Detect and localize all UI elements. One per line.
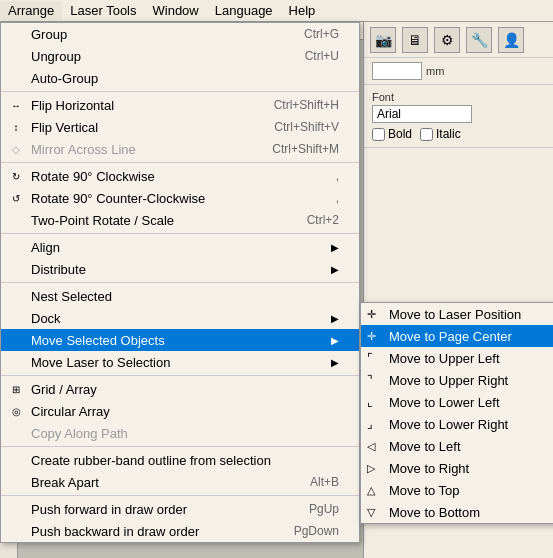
menu-item-rotate-ccw[interactable]: ↺ Rotate 90° Counter-Clockwise , — [1, 187, 359, 209]
coord-input[interactable] — [372, 62, 422, 80]
submenu-item-move-to-page-center[interactable]: ✛ Move to Page Center — [361, 325, 553, 347]
menu-item-rotate-cw[interactable]: ↻ Rotate 90° Clockwise , — [1, 165, 359, 187]
submenu-item-move-to-right[interactable]: ▷ Move to Right — [361, 457, 553, 479]
move-left-icon: ◁ — [367, 440, 375, 453]
align-arrow-icon: ▶ — [331, 242, 339, 253]
menu-item-break-apart[interactable]: Break Apart Alt+B — [1, 471, 359, 493]
menu-item-push-backward[interactable]: Push backward in draw order PgDown — [1, 520, 359, 542]
bold-checkbox-item[interactable]: Bold — [372, 127, 412, 141]
rotate-ccw-icon: ↺ — [7, 189, 25, 207]
menu-item-two-point-rotate[interactable]: Two-Point Rotate / Scale Ctrl+2 — [1, 209, 359, 231]
move-top-icon: △ — [367, 484, 375, 497]
menu-item-auto-group[interactable]: Auto-Group — [1, 67, 359, 89]
menu-item-rubber-band[interactable]: Create rubber-band outline from selectio… — [1, 449, 359, 471]
move-laser-arrow-icon: ▶ — [331, 357, 339, 368]
submenu-item-move-to-left[interactable]: ◁ Move to Left — [361, 435, 553, 457]
menu-item-dock[interactable]: Dock ▶ — [1, 307, 359, 329]
mirror-icon: ◇ — [7, 140, 25, 158]
menubar-item-arrange[interactable]: Arrange — [0, 1, 62, 20]
menu-item-group[interactable]: Group Ctrl+G — [1, 23, 359, 45]
menu-item-flip-v[interactable]: ↕ Flip Vertical Ctrl+Shift+V — [1, 116, 359, 138]
move-lower-left-icon: ⌞ — [367, 395, 373, 409]
italic-checkbox-item[interactable]: Italic — [420, 127, 461, 141]
dock-arrow-icon: ▶ — [331, 313, 339, 324]
camera-icon-btn[interactable]: 📷 — [370, 27, 396, 53]
menu-item-distribute[interactable]: Distribute ▶ — [1, 258, 359, 280]
font-label: Font — [372, 91, 545, 103]
separator-4 — [1, 282, 359, 283]
menu-item-grid-array[interactable]: ⊞ Grid / Array — [1, 378, 359, 400]
menubar-item-help[interactable]: Help — [281, 1, 324, 20]
submenu-item-move-to-bottom[interactable]: ▽ Move to Bottom — [361, 501, 553, 523]
arrange-dropdown-menu: Group Ctrl+G Ungroup Ctrl+U Auto-Group ↔… — [0, 22, 360, 543]
menubar-item-laser-tools[interactable]: Laser Tools — [62, 1, 144, 20]
submenu-item-move-to-laser-position[interactable]: ✛ Move to Laser Position — [361, 303, 553, 325]
person-icon-btn[interactable]: 👤 — [498, 27, 524, 53]
grid-array-icon: ⊞ — [7, 380, 25, 398]
right-panel-toolbar: 📷 🖥 ⚙ 🔧 👤 — [364, 22, 553, 58]
move-selected-arrow-icon: ▶ — [331, 335, 339, 346]
rotate-cw-icon: ↻ — [7, 167, 25, 185]
font-section: Font Bold Italic — [364, 85, 553, 148]
menu-item-align[interactable]: Align ▶ — [1, 236, 359, 258]
move-upper-left-icon: ⌜ — [367, 351, 373, 365]
move-to-laser-icon: ✛ — [367, 308, 376, 321]
submenu-item-move-to-upper-left[interactable]: ⌜ Move to Upper Left — [361, 347, 553, 369]
move-to-center-icon: ✛ — [367, 330, 376, 343]
flip-v-icon: ↕ — [7, 118, 25, 136]
menu-item-ungroup[interactable]: Ungroup Ctrl+U — [1, 45, 359, 67]
font-name-input[interactable] — [372, 105, 472, 123]
menu-item-circular-array[interactable]: ◎ Circular Array — [1, 400, 359, 422]
bold-label: Bold — [388, 127, 412, 141]
italic-label: Italic — [436, 127, 461, 141]
menu-item-flip-h[interactable]: ↔ Flip Horizontal Ctrl+Shift+H — [1, 94, 359, 116]
flip-h-icon: ↔ — [7, 96, 25, 114]
menu-item-push-forward[interactable]: Push forward in draw order PgUp — [1, 498, 359, 520]
submenu-item-move-to-top[interactable]: △ Move to Top — [361, 479, 553, 501]
move-bottom-icon: ▽ — [367, 506, 375, 519]
separator-3 — [1, 233, 359, 234]
move-right-icon: ▷ — [367, 462, 375, 475]
submenu-item-move-to-lower-right[interactable]: ⌟ Move to Lower Right — [361, 413, 553, 435]
monitor-icon-btn[interactable]: 🖥 — [402, 27, 428, 53]
separator-1 — [1, 91, 359, 92]
menu-item-move-selected-objects[interactable]: Move Selected Objects ▶ — [1, 329, 359, 351]
tools-icon-btn[interactable]: 🔧 — [466, 27, 492, 53]
separator-6 — [1, 446, 359, 447]
separator-7 — [1, 495, 359, 496]
menu-item-nest-selected[interactable]: Nest Selected — [1, 285, 359, 307]
italic-checkbox[interactable] — [420, 128, 433, 141]
submenu-item-move-to-upper-right[interactable]: ⌝ Move to Upper Right — [361, 369, 553, 391]
circular-array-icon: ◎ — [7, 402, 25, 420]
menu-item-mirror: ◇ Mirror Across Line Ctrl+Shift+M — [1, 138, 359, 160]
menubar-item-window[interactable]: Window — [145, 1, 207, 20]
menubar: Arrange Laser Tools Window Language Help — [0, 0, 553, 22]
bold-checkbox[interactable] — [372, 128, 385, 141]
gear-icon-btn[interactable]: ⚙ — [434, 27, 460, 53]
separator-5 — [1, 375, 359, 376]
move-selected-submenu: ✛ Move to Laser Position ✛ Move to Page … — [360, 302, 553, 524]
distribute-arrow-icon: ▶ — [331, 264, 339, 275]
menubar-item-language[interactable]: Language — [207, 1, 281, 20]
move-lower-right-icon: ⌟ — [367, 417, 373, 431]
move-upper-right-icon: ⌝ — [367, 373, 373, 387]
separator-2 — [1, 162, 359, 163]
menu-item-move-laser-to-selection[interactable]: Move Laser to Selection ▶ — [1, 351, 359, 373]
mm-label: mm — [426, 65, 444, 77]
menu-item-copy-along-path: Copy Along Path — [1, 422, 359, 444]
submenu-item-move-to-lower-left[interactable]: ⌞ Move to Lower Left — [361, 391, 553, 413]
